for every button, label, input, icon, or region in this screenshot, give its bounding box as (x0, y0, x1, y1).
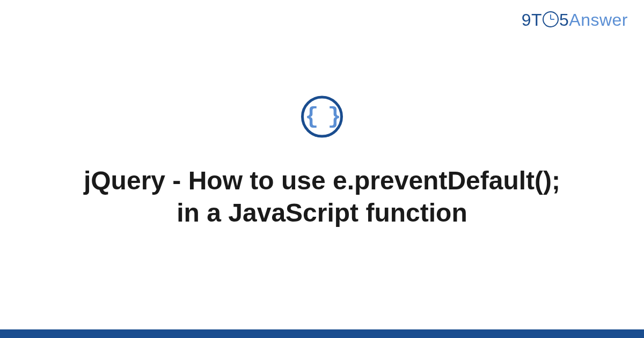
logo-suffix: 5 (559, 10, 569, 30)
clock-icon (543, 11, 559, 27)
logo-prefix: 9T (522, 10, 542, 30)
footer-accent-bar (0, 329, 644, 338)
main-content: { } jQuery - How to use e.preventDefault… (0, 96, 644, 229)
logo-word: Answer (569, 10, 628, 30)
category-badge: { } (301, 96, 343, 138)
code-braces-icon: { } (305, 106, 339, 128)
page-title: jQuery - How to use e.preventDefault(); … (64, 165, 580, 229)
site-logo: 9T 5 Answer (522, 10, 628, 30)
